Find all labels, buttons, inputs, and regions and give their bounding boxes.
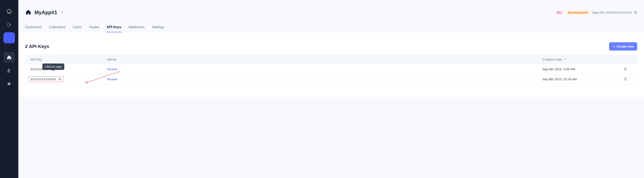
svg-rect-11 <box>59 78 60 80</box>
api-key-value: XXXXXXXXXXXX <box>30 77 56 81</box>
table-row: XXXXXXXXClick to copyRevealSep 6th 2023,… <box>25 64 637 74</box>
app-switcher[interactable]: MyApp#1 <box>25 9 64 16</box>
app-logo-icon <box>25 9 32 16</box>
th-api-key: API Key <box>30 58 107 61</box>
svg-point-1 <box>8 12 10 13</box>
table-row: XXXXXXXXXXXXRevealSep 8th 2023, 10:26 AM <box>25 74 637 84</box>
api-key-cell[interactable]: XXXXXXXXXXXX <box>29 77 63 82</box>
api-keys-table: API Key Secret Creation Date XXXXXXXXCli… <box>25 54 637 84</box>
delete-row-button[interactable] <box>619 77 632 81</box>
table-header: API Key Secret Creation Date <box>25 55 637 64</box>
section-title: 2 API Keys <box>25 44 49 49</box>
app-name: MyApp#1 <box>34 9 57 15</box>
brand-logo-icon[interactable] <box>4 6 15 17</box>
reveal-link[interactable]: Reveal <box>107 67 117 71</box>
svg-rect-3 <box>8 36 11 39</box>
svg-point-4 <box>8 69 9 71</box>
tab-assets[interactable]: Assets <box>89 25 99 32</box>
copy-uid-icon[interactable] <box>634 11 637 14</box>
reveal-link[interactable]: Reveal <box>107 77 117 81</box>
tab-collections[interactable]: Collections <box>49 25 66 32</box>
tab-settings[interactable]: Settings <box>152 25 164 32</box>
th-created-label: Creation Date <box>542 58 562 61</box>
copy-tooltip: Click to copy <box>42 64 64 70</box>
delete-row-button[interactable] <box>619 67 632 71</box>
left-rail <box>0 0 18 97</box>
tab-webhooks[interactable]: Webhooks <box>129 25 144 32</box>
exit-icon[interactable] <box>4 19 15 30</box>
tabs: DashboardCollectionsUsersAssetsAPI KeysW… <box>18 25 644 32</box>
tab-api-keys[interactable]: API Keys <box>106 25 121 32</box>
svg-rect-7 <box>634 11 636 13</box>
svg-point-0 <box>7 9 11 14</box>
header-right: EU Development App UID: XXXXXXXXXXXX <box>555 10 637 15</box>
sort-icon <box>564 58 567 61</box>
created-date: Sep 6th 2023, 3:49 PM <box>542 67 619 71</box>
chevron-down-icon <box>60 10 64 14</box>
nav-settings-icon[interactable] <box>4 78 15 89</box>
secret-cell: Reveal <box>107 67 542 71</box>
app-uid-label: App UID: <box>592 11 605 14</box>
main: MyApp#1 EU Development App UID: XXXXXXXX… <box>18 0 644 97</box>
nav-home-icon[interactable] <box>4 52 15 63</box>
tab-users[interactable]: Users <box>73 25 82 32</box>
tab-dashboard[interactable]: Dashboard <box>25 25 42 32</box>
region-badge: EU <box>555 10 564 15</box>
svg-rect-6 <box>635 12 636 14</box>
nav-app-icon[interactable] <box>4 32 15 43</box>
svg-rect-10 <box>59 78 61 80</box>
content: 2 API Keys Create new API Key Secret Cre… <box>18 32 644 97</box>
create-new-label: Create new <box>617 45 634 48</box>
secret-cell: Reveal <box>107 77 542 81</box>
copy-key-icon[interactable] <box>58 77 62 81</box>
app-uid: App UID: XXXXXXXXXXXX <box>592 11 632 14</box>
svg-point-5 <box>10 70 11 71</box>
api-key-cell[interactable]: XXXXXXXXClick to copy <box>30 67 107 71</box>
th-created[interactable]: Creation Date <box>542 58 619 61</box>
header: MyApp#1 EU Development App UID: XXXXXXXX… <box>18 0 644 16</box>
env-badge: Development <box>566 10 590 15</box>
nav-users-icon[interactable] <box>4 65 15 76</box>
created-date: Sep 8th 2023, 10:26 AM <box>542 77 619 81</box>
app-uid-value: XXXXXXXXXXXX <box>606 11 632 14</box>
create-new-button[interactable]: Create new <box>609 42 637 51</box>
th-secret: Secret <box>107 58 542 61</box>
